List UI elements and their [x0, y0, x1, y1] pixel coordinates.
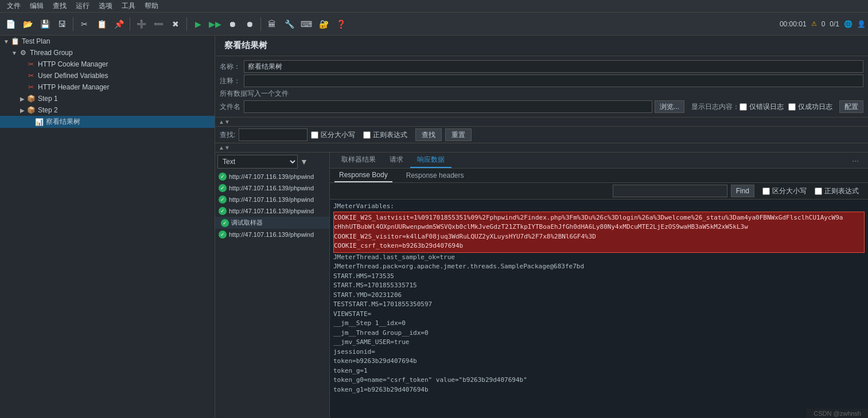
find-button[interactable]: Find	[731, 185, 754, 197]
search-button[interactable]: 查找	[415, 128, 442, 141]
sub-tab-response-headers[interactable]: Response headers	[402, 169, 469, 182]
menu-tools[interactable]: 工具	[117, 0, 140, 12]
success-only-check[interactable]	[788, 103, 796, 111]
remote-btn[interactable]: ⏺	[242, 16, 258, 32]
success-only-checkbox[interactable]: 仅成功日志	[788, 102, 832, 112]
sidebar-item-threadgroup[interactable]: ▼ ⚙ Thread Group	[0, 47, 215, 58]
comment-input[interactable]	[244, 75, 863, 87]
sidebar-item-testplan[interactable]: ▼ 📋 Test Plan	[0, 36, 215, 47]
collapse-up-icon[interactable]: ▲▼	[215, 118, 233, 126]
copy-btn[interactable]: 📋	[94, 16, 110, 32]
error-only-checkbox[interactable]: 仅错误日志	[739, 102, 784, 112]
case-sensitive-check[interactable]	[311, 131, 318, 139]
clear-btn[interactable]: ✖	[168, 16, 184, 32]
shutdown-btn[interactable]: ⏺	[224, 16, 240, 32]
sidebar-item-header[interactable]: ▶ ✂ HTTP Header Manager	[0, 81, 215, 93]
threadgroup-icon: ⚙	[18, 48, 28, 57]
sidebar-item-step2[interactable]: ▶ 📦 Step 2	[0, 104, 215, 116]
tab-request[interactable]: 请求	[383, 153, 410, 168]
regex-label[interactable]: 正则表达式	[363, 130, 407, 140]
agent-icon: 👤	[857, 20, 866, 28]
sidebar-item-step1[interactable]: ▶ 📦 Step 1	[0, 93, 215, 104]
panel-title: 察看结果树	[215, 36, 868, 56]
open-btn[interactable]: 📂	[20, 16, 36, 32]
list-item-5[interactable]: ✓ http://47.107.116.139/phpwind	[215, 229, 329, 240]
menu-find[interactable]: 查找	[48, 0, 71, 12]
search-bar: 查找: 区分大小写 正则表达式 查找 重置	[215, 127, 868, 143]
sub-tab-response-body[interactable]: Response Body	[334, 169, 392, 182]
list-item-2[interactable]: ✓ http://47.107.116.139/phpwind	[215, 182, 329, 194]
find-regex-label[interactable]: 正则表达式	[815, 186, 859, 196]
sidebar-item-vars[interactable]: ▶ ✂ User Defined Variables	[0, 70, 215, 81]
list-item-1[interactable]: ✓ http://47.107.116.139/phpwind	[215, 171, 329, 182]
remove-btn[interactable]: ➖	[150, 16, 166, 32]
sidebar-item-cookie[interactable]: ▶ ✂ HTTP Cookie Manager	[0, 58, 215, 70]
menu-help[interactable]: 帮助	[140, 0, 163, 12]
tabs-dots-menu[interactable]: ···	[847, 155, 863, 166]
save-as-btn[interactable]: 🖫	[54, 16, 70, 32]
cut-btn[interactable]: ✂	[76, 16, 92, 32]
find-case-check[interactable]	[762, 187, 770, 195]
arrow-step1[interactable]: ▶	[18, 96, 26, 102]
step1-label: Step 1	[38, 95, 58, 103]
log-content-label: 显示日志内容：	[691, 102, 739, 112]
new-btn[interactable]: 📄	[2, 16, 18, 32]
find-regex-check[interactable]	[815, 187, 822, 195]
browse-button[interactable]: 浏览...	[655, 100, 684, 113]
func-btn[interactable]: 🔧	[281, 16, 297, 32]
list-item-3[interactable]: ✓ http://47.107.116.139/phpwind	[215, 194, 329, 205]
reset-button[interactable]: 重置	[445, 128, 472, 141]
add-btn[interactable]: ➕	[133, 16, 149, 32]
ok-ratio: 0/1	[830, 20, 839, 28]
menu-options[interactable]: 选项	[94, 0, 117, 12]
format-dropdown-icon[interactable]: ▼	[300, 157, 308, 166]
testplan-label: Test Plan	[22, 37, 50, 45]
menu-edit[interactable]: 编辑	[25, 0, 48, 12]
list-item-debug[interactable]: ✓ 调试取样器	[215, 217, 329, 229]
ssl-btn[interactable]: 🔐	[316, 16, 332, 32]
search-input[interactable]	[239, 128, 308, 141]
tab-sampler-result[interactable]: 取样器结果	[334, 153, 383, 168]
config-button[interactable]: 配置	[839, 100, 863, 113]
step1-icon: 📦	[26, 94, 36, 103]
file-section-row: 所有数据写入一个文件	[220, 89, 863, 99]
resulttree-label: 察看结果树	[46, 117, 80, 127]
response-line-5: TESTSTART.MS=1701855350597	[333, 300, 865, 310]
sidebar: ▼ 📋 Test Plan ▼ ⚙ Thread Group ▶ ✂ HTTP …	[0, 36, 215, 418]
find-input[interactable]	[613, 185, 727, 197]
response-body[interactable]: JMeterVariables: COOKIE_W2S_lastvisit=1%…	[330, 200, 868, 418]
error-only-label: 仅错误日志	[749, 102, 784, 112]
arrow-testplan[interactable]: ▼	[2, 38, 10, 45]
paste-btn[interactable]: 📌	[111, 16, 127, 32]
response-line-0: JMeterThread.last_sample_ok=true	[333, 253, 865, 263]
arrow-step2[interactable]: ▶	[18, 107, 26, 114]
run-btn[interactable]: ▶	[190, 16, 206, 32]
find-case-label[interactable]: 区分大小写	[762, 186, 807, 196]
menu-file[interactable]: 文件	[2, 0, 25, 12]
sub-tabs-bar: Response Body Response headers	[330, 169, 868, 183]
stop-btn[interactable]: ▶▶	[207, 16, 223, 32]
tab-response-data[interactable]: 响应数据	[410, 153, 451, 168]
help-btn[interactable]: ❓	[333, 16, 349, 32]
shortcut-btn[interactable]: ⌨	[298, 16, 314, 32]
content-area: Text ▼ ✓ http://47.107.116.139/phpwind ✓…	[215, 153, 868, 418]
list-url-1: http://47.107.116.139/phpwind	[229, 173, 314, 180]
menu-run[interactable]: 运行	[71, 0, 94, 12]
response-highlight-4: COOKIE_csrf_token=b9263b29d407694b	[334, 241, 864, 251]
cookie-label: HTTP Cookie Manager	[38, 60, 108, 68]
regex-check[interactable]	[363, 131, 371, 139]
sidebar-item-resulttree[interactable]: ▶ 📊 察看结果树	[0, 116, 215, 128]
save-btn[interactable]: 💾	[37, 16, 53, 32]
file-row: 文件名 浏览... 显示日志内容： 仅错误日志 仅成功日志 配置	[220, 100, 863, 113]
file-input[interactable]	[244, 100, 652, 113]
collapse-up-icon-2[interactable]: ▲▼	[215, 143, 233, 152]
format-select[interactable]: Text	[217, 155, 298, 169]
list-item-4[interactable]: ✓ http://47.107.116.139/phpwind	[215, 205, 329, 217]
separator-2	[130, 17, 130, 31]
error-only-check[interactable]	[739, 103, 747, 111]
arrow-threadgroup[interactable]: ▼	[10, 50, 18, 56]
collapse-row-1: ▲▼	[215, 118, 868, 127]
name-input[interactable]	[244, 60, 863, 73]
case-sensitive-label[interactable]: 区分大小写	[311, 130, 355, 140]
template-btn[interactable]: 🏛	[264, 16, 280, 32]
